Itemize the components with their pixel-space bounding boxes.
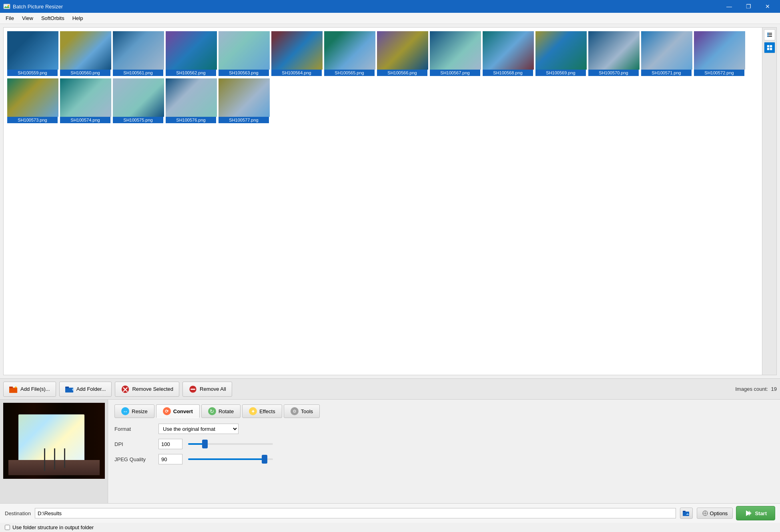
thumbnail-item[interactable]: SH100574.png xyxy=(60,78,111,124)
svg-rect-16 xyxy=(65,388,73,392)
format-row: Format Use the original format JPEG PNG … xyxy=(114,424,774,434)
jpeg-quality-input[interactable] xyxy=(158,454,182,464)
thumb-image xyxy=(377,31,428,70)
tab-effects[interactable]: ✦ Effects xyxy=(242,404,282,418)
svg-point-8 xyxy=(767,34,768,36)
thumbnail-item[interactable]: SH100568.png xyxy=(482,31,533,76)
minimize-button[interactable]: — xyxy=(720,0,738,13)
tools-icon: ⚙ xyxy=(291,407,299,415)
svg-rect-11 xyxy=(770,45,772,47)
close-button[interactable]: ✕ xyxy=(758,0,777,13)
menubar: File View SoftOrbits Help xyxy=(0,13,780,24)
thumb-label: SH100561.png xyxy=(113,70,163,76)
options-button[interactable]: Options xyxy=(697,508,733,519)
thumbnail-item[interactable]: SH100562.png xyxy=(165,31,217,76)
svg-rect-15 xyxy=(9,386,13,388)
thumbnail-item[interactable]: SH100570.png xyxy=(588,31,639,76)
thumbnail-item[interactable]: SH100565.png xyxy=(324,31,375,76)
thumbnail-item[interactable]: SH100566.png xyxy=(377,31,428,76)
thumbnail-item[interactable]: SH100571.png xyxy=(641,31,692,76)
thumbnail-item[interactable]: SH100559.png xyxy=(7,31,58,76)
thumb-label: SH100571.png xyxy=(641,70,692,76)
menu-file[interactable]: File xyxy=(2,14,18,23)
images-count-label: Images count: xyxy=(735,386,768,392)
thumb-image xyxy=(483,31,534,70)
jpeg-quality-row: JPEG Quality xyxy=(114,454,774,464)
add-files-button[interactable]: Add File(s)... xyxy=(3,382,56,397)
remove-all-label: Remove All xyxy=(200,386,226,392)
dpi-row: DPI xyxy=(114,439,774,449)
thumbnail-item[interactable]: SH100573.png xyxy=(7,78,58,124)
remove-all-icon xyxy=(188,385,197,394)
dpi-slider-track xyxy=(188,443,273,445)
titlebar-buttons: — ❐ ✕ xyxy=(720,0,777,13)
remove-selected-button[interactable]: Remove Selected xyxy=(115,382,179,397)
thumbnail-item[interactable]: SH100577.png xyxy=(218,78,269,124)
remove-selected-label: Remove Selected xyxy=(132,386,173,392)
destination-input[interactable] xyxy=(35,508,676,518)
view-sidebar xyxy=(762,28,776,375)
svg-rect-12 xyxy=(767,48,769,50)
menu-help[interactable]: Help xyxy=(68,14,87,23)
options-label: Options xyxy=(710,510,728,516)
tab-rotate[interactable]: ↻ Rotate xyxy=(201,404,241,418)
remove-all-button[interactable]: Remove All xyxy=(182,382,232,397)
jpeg-slider-thumb[interactable] xyxy=(262,455,267,464)
svg-point-3 xyxy=(8,5,9,6)
menu-softorbits[interactable]: SoftOrbits xyxy=(37,14,68,23)
start-button[interactable]: Start xyxy=(736,506,775,520)
thumbnail-item[interactable]: SH100575.png xyxy=(112,78,164,124)
browse-folder-button[interactable] xyxy=(680,508,693,519)
tab-resize[interactable]: ↔ Resize xyxy=(114,404,154,418)
toolbar: Add File(s)... Add Folder... Remove xyxy=(0,378,780,399)
tab-convert[interactable]: ⟳ Convert xyxy=(156,404,200,418)
thumb-label: SH100565.png xyxy=(324,70,375,76)
titlebar: Batch Picture Resizer — ❐ ✕ xyxy=(0,0,780,13)
thumbnail-item[interactable]: SH100576.png xyxy=(165,78,217,124)
format-select[interactable]: Use the original format JPEG PNG BMP TIF… xyxy=(158,424,239,434)
thumb-image xyxy=(60,31,111,70)
jpeg-slider-fill xyxy=(188,458,265,460)
destination-bar: Destination Options xyxy=(0,503,780,523)
thumbnail-item[interactable]: SH100560.png xyxy=(60,31,111,76)
thumb-label: SH100567.png xyxy=(430,70,480,76)
images-count: Images count: 19 xyxy=(735,386,777,392)
thumbnail-item[interactable]: SH100563.png xyxy=(218,31,269,76)
list-view-button[interactable] xyxy=(764,29,775,40)
dpi-slider-container xyxy=(186,443,275,445)
thumb-image xyxy=(219,31,270,70)
thumbnail-item[interactable]: SH100569.png xyxy=(535,31,586,76)
dpi-slider-thumb[interactable] xyxy=(202,440,208,448)
thumb-image xyxy=(219,78,270,117)
checkbox-row: Use folder structure in output folder xyxy=(0,523,780,532)
svg-rect-24 xyxy=(683,511,686,512)
destination-label: Destination xyxy=(5,510,31,516)
thumbnail-item[interactable]: SH100567.png xyxy=(429,31,481,76)
thumbnail-item[interactable]: SH100561.png xyxy=(112,31,164,76)
thumbnail-item[interactable]: SH100572.png xyxy=(694,31,745,76)
dpi-input[interactable] xyxy=(158,439,182,449)
thumb-image xyxy=(588,31,640,70)
preview-panel xyxy=(0,400,108,503)
rotate-icon: ↻ xyxy=(208,407,216,415)
folder-structure-checkbox[interactable] xyxy=(5,525,10,530)
add-folder-button[interactable]: Add Folder... xyxy=(59,382,112,397)
jpeg-slider-track xyxy=(188,458,273,460)
thumb-image xyxy=(113,31,164,70)
thumb-label: SH100577.png xyxy=(219,117,269,123)
thumb-image xyxy=(7,31,58,70)
folder-structure-label: Use folder structure in output folder xyxy=(12,524,94,530)
restore-button[interactable]: ❐ xyxy=(739,0,758,13)
preview-image xyxy=(3,403,105,479)
thumb-label: SH100566.png xyxy=(377,70,427,76)
remove-selected-icon xyxy=(121,385,130,394)
thumb-image xyxy=(430,31,481,70)
svg-point-9 xyxy=(767,36,768,37)
menu-view[interactable]: View xyxy=(18,14,37,23)
grid-view-button[interactable] xyxy=(764,42,775,53)
tab-tools[interactable]: ⚙ Tools xyxy=(284,404,320,418)
thumb-label: SH100576.png xyxy=(166,117,216,123)
bottom-panel: ↔ Resize ⟳ Convert ↻ Rotate ✦ Effects ⚙ xyxy=(0,399,780,503)
jpeg-quality-label: JPEG Quality xyxy=(114,456,154,462)
thumbnail-item[interactable]: SH100564.png xyxy=(271,31,322,76)
